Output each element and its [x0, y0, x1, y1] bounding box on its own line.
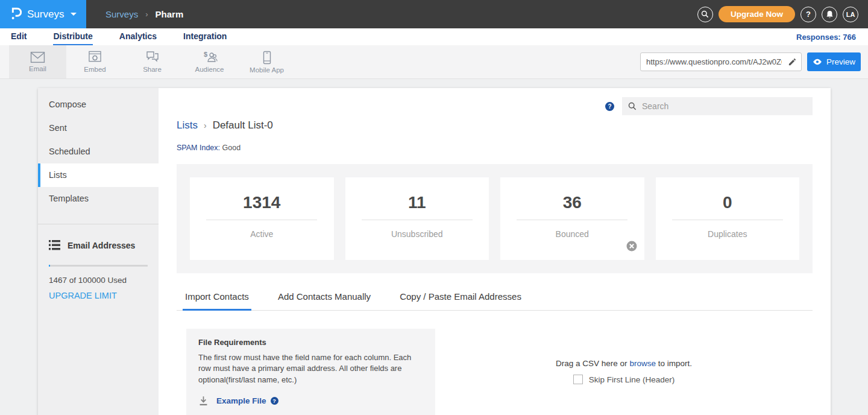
email-usage-progress-fill [49, 265, 50, 267]
responses-count[interactable]: Responses: 766 [796, 33, 856, 42]
upgrade-limit-link[interactable]: UPGRADE LIMIT [49, 291, 148, 300]
skip-first-line-label: Skip First Line (Header) [589, 375, 675, 384]
contact-tabs: Import Contacts Add Contacts Manually Co… [177, 291, 813, 311]
stat-label: Unsubscribed [391, 229, 443, 239]
list-help-icon[interactable]: ? [605, 102, 614, 111]
example-file-help-icon[interactable]: ? [271, 397, 278, 405]
distribute-toolbar: Email Embed Share $ A [0, 45, 868, 79]
email-sidebar: Compose Sent Scheduled Lists Templates E… [38, 88, 159, 415]
stat-divider [517, 220, 627, 220]
toolbar-item-share[interactable]: Share [124, 45, 181, 78]
sidebar-item-templates[interactable]: Templates [38, 187, 159, 211]
email-addresses-title: Email Addresses [68, 241, 135, 250]
global-search-button[interactable] [697, 7, 713, 22]
svg-text:$: $ [204, 51, 207, 58]
tab-integration[interactable]: Integration [183, 28, 227, 45]
toolbar-item-email[interactable]: Email [9, 45, 66, 78]
content-card: Compose Sent Scheduled Lists Templates E… [38, 88, 831, 415]
tab-distribute[interactable]: Distribute [53, 28, 92, 45]
toolbar-item-label: Share [143, 66, 162, 73]
sidebar-item-scheduled[interactable]: Scheduled [38, 140, 159, 163]
toolbar-item-embed[interactable]: Embed [66, 45, 124, 78]
tab-analytics[interactable]: Analytics [119, 28, 157, 45]
spam-index-label: SPAM Index: [177, 144, 220, 152]
search-icon [701, 10, 709, 18]
lists-link[interactable]: Lists [177, 119, 198, 131]
sidebar-item-lists[interactable]: Lists [38, 163, 159, 187]
file-requirements-body: The first row must have the field name f… [198, 352, 417, 385]
search-icon [628, 102, 637, 110]
help-button[interactable]: ? [800, 7, 816, 22]
toolbar-item-label: Email [29, 65, 46, 72]
eye-icon [813, 59, 822, 65]
stat-card-duplicates: 0 Duplicates [656, 177, 800, 260]
edit-url-button[interactable] [783, 53, 801, 71]
skip-first-line-checkbox[interactable] [573, 375, 583, 384]
email-icon [30, 51, 45, 63]
drag-csv-text: Drag a CSV here or browse to import. [556, 359, 692, 368]
toolbar-right-controls: Preview [640, 52, 861, 71]
stat-value: 1314 [243, 193, 280, 212]
toolbar-item-label: Mobile App [250, 66, 284, 74]
drag-text-before: Drag a CSV here or [556, 359, 629, 368]
tab-import-contacts[interactable]: Import Contacts [183, 291, 251, 311]
email-usage-text: 1467 of 100000 Used [49, 276, 148, 285]
spam-index-value: Good [222, 144, 241, 152]
tab-add-contacts-manually[interactable]: Add Contacts Manually [275, 291, 373, 311]
sidebar-item-compose[interactable]: Compose [38, 93, 159, 116]
spam-index-row: SPAM Index: Good [177, 144, 813, 152]
pencil-icon [788, 57, 797, 66]
app-header: Surveys Surveys › Pharma Upgrade Now ? L… [0, 0, 868, 28]
embed-icon [88, 51, 102, 64]
survey-section-nav: Edit Distribute Analytics Integration Re… [0, 28, 868, 45]
circle-x-icon [626, 241, 637, 252]
toolbar-item-label: Embed [84, 66, 105, 73]
stat-divider [672, 220, 783, 220]
survey-url-input[interactable] [641, 57, 783, 66]
page-body: Compose Sent Scheduled Lists Templates E… [0, 79, 868, 415]
list-detail-panel: ? Lists › Default List-0 SPAM Index: Goo… [159, 88, 831, 415]
import-contacts-panel: File Requirements The first row must hav… [177, 329, 813, 415]
example-file-link[interactable]: Example File [216, 396, 266, 405]
mobile-phone-icon [263, 51, 271, 65]
file-requirements-box: File Requirements The first row must hav… [186, 329, 435, 415]
product-name: Surveys [27, 8, 64, 21]
toolbar-item-audience[interactable]: $ Audience [181, 45, 238, 78]
upgrade-now-button[interactable]: Upgrade Now [719, 6, 795, 22]
preview-button-label: Preview [826, 57, 855, 66]
skip-first-line-row: Skip First Line (Header) [573, 375, 675, 384]
contact-search-input[interactable] [642, 101, 807, 111]
browse-link[interactable]: browse [629, 359, 656, 368]
notifications-button[interactable] [822, 7, 837, 22]
contact-search-box [622, 97, 813, 115]
stat-label: Active [250, 229, 273, 239]
toolbar-item-label: Audience [195, 66, 224, 73]
preview-button[interactable]: Preview [807, 52, 861, 71]
share-icon [145, 51, 160, 64]
stat-value: 36 [563, 193, 582, 212]
breadcrumb-surveys-link[interactable]: Surveys [105, 9, 138, 19]
csv-dropzone[interactable]: Drag a CSV here or browse to import. Ski… [435, 329, 813, 415]
list-stats: 1314 Active 11 Unsubscribed 36 Bounced [177, 164, 813, 273]
user-avatar[interactable]: LA [843, 7, 858, 22]
survey-url-box [640, 52, 802, 71]
sidebar-item-sent[interactable]: Sent [38, 116, 159, 140]
drag-text-after: to import. [656, 359, 692, 368]
breadcrumb-survey-name: Pharma [156, 9, 183, 19]
chevron-down-icon [71, 13, 77, 16]
file-requirements-title: File Requirements [198, 338, 423, 347]
tab-copy-paste-email-addresses[interactable]: Copy / Paste Email Addresses [397, 291, 524, 311]
example-file-row: Example File ? [198, 396, 423, 406]
header-breadcrumb: Surveys › Pharma [105, 9, 183, 19]
download-icon [198, 396, 209, 406]
stat-label: Duplicates [708, 229, 747, 239]
clear-bounced-button[interactable] [626, 241, 637, 254]
stat-card-active: 1314 Active [190, 177, 334, 260]
current-list-name: Default List-0 [213, 119, 273, 131]
stat-value: 0 [723, 193, 732, 212]
header-actions: Upgrade Now ? LA [697, 6, 868, 22]
stat-label: Bounced [556, 229, 589, 239]
tab-edit[interactable]: Edit [11, 28, 27, 45]
product-switcher[interactable]: Surveys [0, 0, 86, 28]
toolbar-item-mobile-app[interactable]: Mobile App [238, 45, 295, 78]
